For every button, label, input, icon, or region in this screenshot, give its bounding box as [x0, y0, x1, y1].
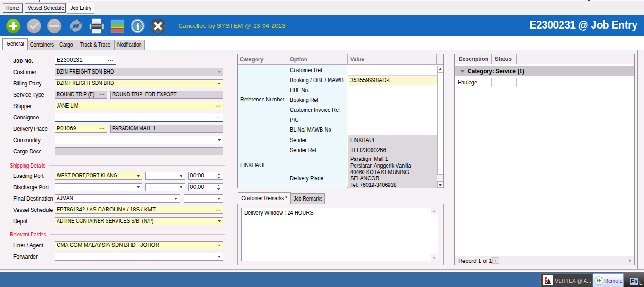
- svg-text:i: i: [136, 21, 139, 33]
